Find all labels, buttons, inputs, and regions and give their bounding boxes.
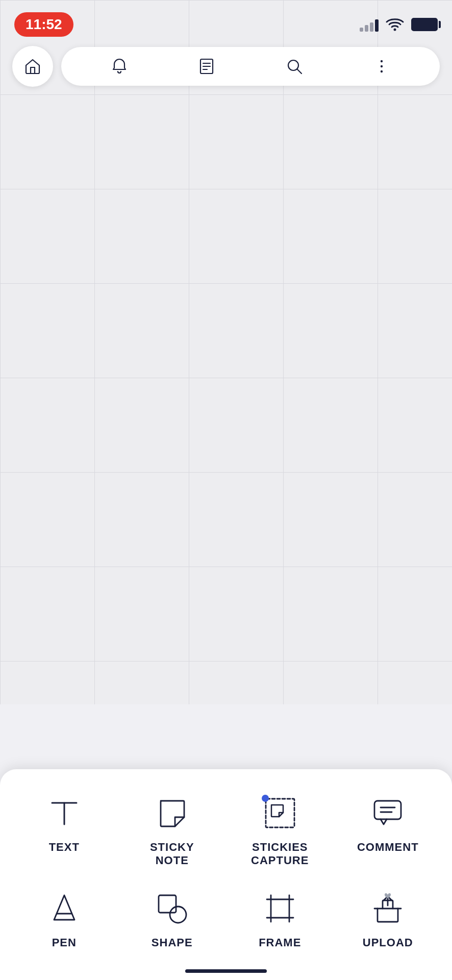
shape-icon — [155, 891, 189, 926]
comment-tool[interactable]: COMMENT — [334, 788, 442, 873]
text-tool[interactable]: TEXT — [10, 788, 118, 873]
status-icons — [360, 17, 438, 32]
more-icon — [372, 57, 391, 76]
upload-icon-wrap — [367, 888, 408, 929]
top-toolbar — [0, 41, 452, 92]
search-icon — [285, 57, 304, 76]
svg-rect-17 — [159, 895, 176, 913]
canvas-area[interactable] — [0, 0, 452, 704]
status-bar: 11:52 — [0, 0, 452, 41]
notification-button[interactable] — [106, 53, 133, 80]
stickies-capture-tool[interactable]: STICKIESCAPTURE — [226, 788, 334, 873]
upload-icon — [370, 891, 405, 926]
comment-tool-label: COMMENT — [357, 841, 419, 854]
svg-point-9 — [381, 70, 383, 72]
sticky-note-icon — [155, 796, 189, 830]
bottom-toolbar: TEXT STICKYNOTE — [0, 769, 452, 980]
sticky-note-tool[interactable]: STICKYNOTE — [118, 788, 227, 873]
frame-tool[interactable]: FRAME — [226, 883, 334, 954]
upload-tool-label: UPLOAD — [363, 936, 413, 949]
svg-point-0 — [394, 29, 396, 31]
sticky-note-icon-wrap — [152, 793, 192, 834]
frame-icon-wrap — [260, 888, 300, 929]
svg-line-6 — [297, 69, 302, 74]
wifi-icon — [386, 17, 404, 32]
frame-tool-label: FRAME — [259, 936, 301, 949]
shape-tool[interactable]: SHAPE — [118, 883, 227, 954]
frame-icon — [263, 891, 297, 926]
document-button[interactable] — [193, 53, 220, 80]
home-icon — [23, 57, 42, 76]
stickies-capture-icon — [263, 796, 297, 830]
signal-icon — [360, 17, 379, 32]
battery-icon — [411, 18, 438, 31]
text-tool-label: TEXT — [49, 841, 80, 854]
stickies-capture-tool-label: STICKIESCAPTURE — [251, 841, 309, 868]
svg-point-18 — [170, 906, 186, 923]
pen-tool[interactable]: PEN — [10, 883, 118, 954]
document-icon — [197, 57, 216, 76]
pen-icon-wrap — [44, 888, 85, 929]
stickies-capture-dot — [262, 795, 269, 802]
comment-icon-wrap — [367, 793, 408, 834]
stickies-capture-icon-wrap — [260, 793, 300, 834]
action-bar — [61, 47, 440, 86]
home-button[interactable] — [12, 46, 53, 87]
home-indicator — [185, 969, 267, 973]
time-display: 11:52 — [14, 12, 73, 37]
svg-point-8 — [381, 65, 383, 67]
shape-icon-wrap — [152, 888, 192, 929]
bell-icon — [110, 57, 129, 76]
svg-point-5 — [288, 60, 298, 70]
tool-grid: TEXT STICKYNOTE — [10, 788, 442, 954]
search-button[interactable] — [281, 53, 308, 80]
shape-tool-label: SHAPE — [152, 936, 193, 949]
svg-point-7 — [381, 60, 383, 62]
pen-tool-label: PEN — [52, 936, 77, 949]
text-icon-wrap — [44, 793, 85, 834]
sticky-note-tool-label: STICKYNOTE — [150, 841, 194, 868]
text-icon — [47, 796, 82, 830]
comment-icon — [370, 796, 405, 830]
upload-tool[interactable]: UPLOAD — [334, 883, 442, 954]
pen-icon — [47, 891, 82, 926]
svg-rect-13 — [374, 801, 401, 819]
more-button[interactable] — [368, 53, 395, 80]
